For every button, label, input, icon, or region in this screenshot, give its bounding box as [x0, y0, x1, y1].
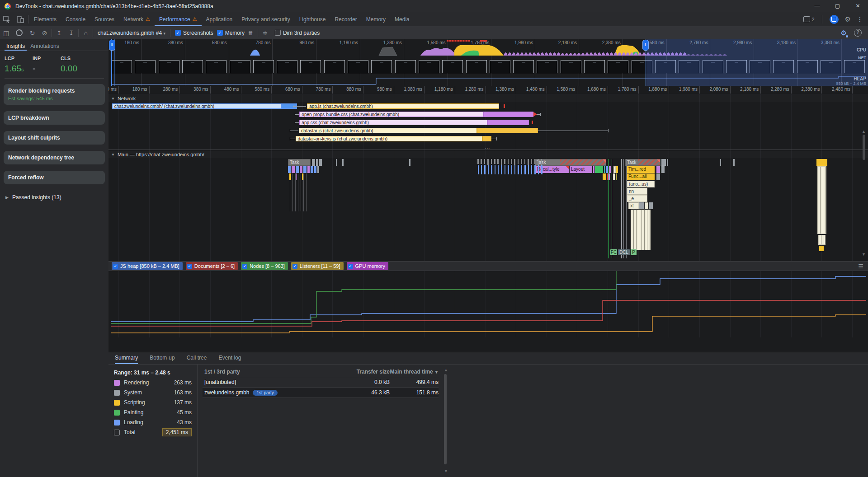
console-messages-icon[interactable]: 2 [803, 16, 814, 22]
request-bar[interactable]: open-props-bundle.css (chat.zweiundeins.… [299, 112, 484, 117]
flame-scroll-down-icon[interactable]: ▼ [862, 252, 866, 257]
screenshot-thumbnail[interactable] [230, 60, 250, 73]
screenshot-thumbnail[interactable] [419, 60, 439, 73]
maximize-button[interactable]: ▢ [827, 0, 848, 12]
screenshot-thumbnail[interactable] [300, 60, 321, 73]
home-icon[interactable]: ⌂ [80, 29, 92, 37]
network-request-row[interactable]: open-props-bundle.css (chat.zweiundeins.… [108, 111, 868, 117]
column-party[interactable]: 1st / 3rd party [203, 369, 340, 375]
counter-checkbox[interactable]: ✓ [242, 264, 247, 269]
target-selector[interactable]: chat.zweiundeins.gmbh #4 ▾ [94, 30, 169, 36]
flame-event[interactable] [656, 166, 660, 173]
device-mode-active-icon[interactable] [830, 15, 839, 24]
window-left-handle[interactable]: ‖ [109, 40, 115, 51]
details-tab-summary[interactable]: Summary [115, 352, 138, 364]
request-bar[interactable]: datastar.js (chat.zweiundeins.gmbh) [299, 128, 477, 133]
flame-event[interactable] [307, 166, 310, 173]
flame-event[interactable] [616, 166, 618, 173]
flame-event[interactable] [317, 166, 319, 173]
flame-task[interactable]: Task [535, 159, 606, 166]
sidebar-tab-annotations[interactable]: Annotations [28, 42, 61, 51]
timing-marker-dcl[interactable]: DCL [618, 249, 630, 255]
flame-event[interactable]: (ano...us) [627, 181, 655, 187]
flame-event[interactable] [288, 166, 291, 173]
screenshot-thumbnail[interactable] [537, 60, 557, 73]
column-main-thread-time[interactable]: Main thread time ▼ [390, 369, 439, 375]
counter-checkbox[interactable]: ✓ [348, 264, 353, 269]
network-request-row[interactable]: datastar.js (chat.zweiundeins.gmbh) [108, 127, 868, 134]
table-scroll-up-icon[interactable]: ▲ [444, 368, 448, 372]
tab-media[interactable]: Media [390, 12, 414, 26]
flame-event[interactable] [336, 159, 337, 166]
flame-event[interactable] [639, 202, 644, 209]
screenshot-thumbnail[interactable] [395, 60, 416, 73]
main-track-header[interactable]: ▼Main — https://chat.zweiundeins.gmbh/ [108, 151, 868, 158]
close-button[interactable]: ✕ [848, 0, 868, 12]
flame-scroll-up-icon[interactable]: ▲ [862, 129, 866, 134]
flame-event[interactable] [661, 159, 665, 166]
flame-event[interactable] [314, 166, 316, 173]
table-row[interactable]: zweiundeins.gmbh1st party46.3 kB151.8 ms [203, 388, 439, 398]
flame-event[interactable]: Tim...red [627, 166, 655, 173]
kebab-menu-icon[interactable]: ⋮ [857, 16, 863, 23]
device-toolbar-icon[interactable] [14, 12, 27, 26]
flame-event[interactable] [296, 166, 299, 173]
flame-call-column[interactable] [631, 210, 651, 250]
table-scroll-down-icon[interactable]: ▼ [444, 469, 448, 473]
save-profile-icon[interactable]: ↧ [65, 29, 77, 37]
tab-recorder[interactable]: Recorder [330, 12, 361, 26]
reload-and-record-icon[interactable]: ↻ [26, 29, 38, 37]
dock-panel-icon[interactable]: ◫ [0, 29, 12, 37]
request-bar[interactable]: app.js (chat.zweiundeins.gmbh) [307, 103, 499, 109]
screenshot-thumbnail[interactable] [159, 60, 179, 73]
counter-js[interactable]: ✓JS heap [850 kB – 2.4 MB] [112, 262, 183, 270]
settings-gear-icon[interactable]: ⚙ [845, 15, 851, 23]
counter-checkbox[interactable]: ✓ [113, 264, 118, 269]
tab-memory[interactable]: Memory [362, 12, 390, 26]
flame-event[interactable] [656, 173, 660, 180]
memory-checkbox[interactable]: ✓ [217, 30, 223, 36]
flame-event[interactable] [311, 166, 313, 173]
screenshot-thumbnail[interactable] [371, 60, 392, 73]
passed-insights-toggle[interactable]: ▶ Passed insights (13) [0, 191, 108, 204]
flame-call-column[interactable] [817, 166, 826, 234]
flame-event[interactable] [816, 159, 827, 166]
timeline-main-area[interactable]: 80 ms180 ms280 ms380 ms480 ms580 ms680 m… [108, 86, 868, 352]
screenshot-thumbnail[interactable] [182, 60, 203, 73]
insight-card-network-dependency-tree[interactable]: Network dependency tree [4, 151, 105, 164]
flame-event[interactable] [319, 159, 322, 166]
flame-event[interactable] [613, 173, 615, 180]
details-tab-bottom-up[interactable]: Bottom-up [150, 352, 175, 364]
screenshot-thumbnail[interactable] [513, 60, 534, 73]
insight-card-forced-reflow[interactable]: Forced reflow [4, 171, 105, 184]
counter-checkbox[interactable]: ✓ [292, 264, 297, 269]
flame-event[interactable] [720, 159, 721, 166]
counter-checkbox[interactable]: ✓ [187, 264, 192, 269]
record-button[interactable] [16, 29, 23, 36]
flame-event[interactable] [312, 159, 315, 166]
screenshot-thumbnail[interactable] [348, 60, 368, 73]
dim-3rd-parties-checkbox[interactable] [275, 30, 281, 36]
counters-menu-icon[interactable]: ☰ [858, 263, 868, 270]
flame-event[interactable]: Layout [570, 166, 592, 173]
screenshot-thumbnail[interactable] [277, 60, 297, 73]
flame-event[interactable] [603, 173, 606, 180]
gc-throttle-icon[interactable]: ≑ [259, 29, 271, 37]
flame-event[interactable]: xt [628, 202, 639, 209]
tab-lighthouse[interactable]: Lighthouse [295, 12, 330, 26]
tab-privacy-and-security[interactable]: Privacy and security [237, 12, 294, 26]
screenshot-thumbnail[interactable] [584, 60, 605, 73]
flame-task[interactable]: Task [288, 159, 311, 166]
tab-application[interactable]: Application [202, 12, 237, 26]
flame-event[interactable] [300, 166, 302, 173]
timing-marker-fc[interactable]: FC [610, 249, 617, 255]
tab-console[interactable]: Console [61, 12, 90, 26]
screenshot-thumbnail[interactable] [206, 60, 226, 73]
tab-elements[interactable]: Elements [29, 12, 61, 26]
flame-scrollbar[interactable] [863, 135, 865, 160]
help-icon[interactable]: ? [854, 29, 862, 37]
tab-sources[interactable]: Sources [90, 12, 119, 26]
flame-event[interactable]: nn [627, 188, 647, 195]
flame-event[interactable] [616, 173, 617, 180]
inspect-cursor-icon[interactable] [0, 12, 14, 26]
